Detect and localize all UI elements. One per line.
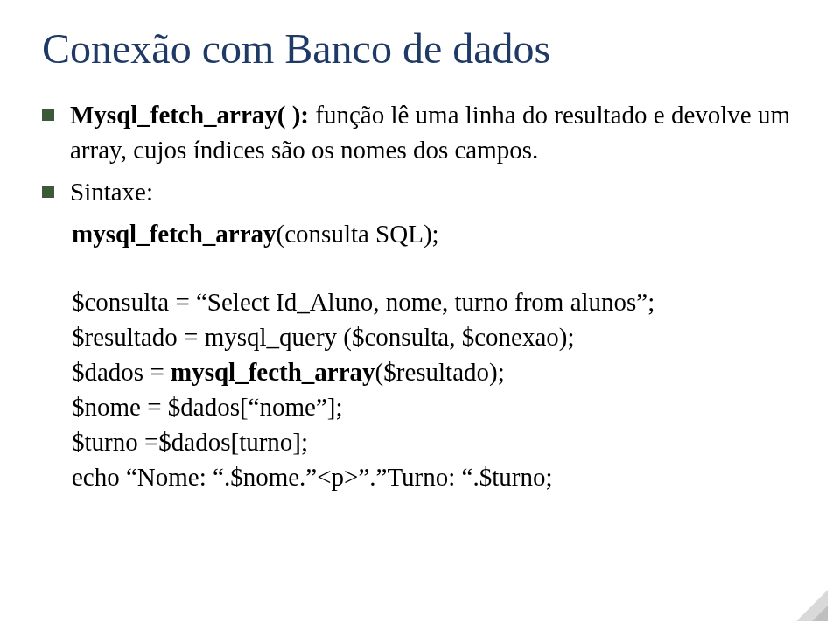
code-l3-bold: mysql_fecth_array	[171, 358, 375, 386]
bullet-text-1: Mysql_fetch_array( ): função lê uma linh…	[70, 97, 798, 167]
code-l3-post: ($resultado);	[375, 358, 505, 386]
code-line-5: $turno =$dados[turno];	[72, 424, 798, 459]
syntax-label: Sintaxe:	[70, 178, 153, 206]
page-corner-icon	[796, 590, 828, 621]
func-name: Mysql_fetch_array( ):	[70, 101, 309, 129]
bullet-icon	[42, 186, 54, 198]
slide: Conexão com Banco de dados Mysql_fetch_a…	[0, 0, 840, 630]
syntax-rest: (consulta SQL);	[276, 220, 439, 248]
bullet-item-2: Sintaxe:	[42, 174, 798, 209]
code-line-6: echo “Nome: “.$nome.”<p>”.”Turno: “.$tur…	[72, 459, 798, 494]
slide-title: Conexão com Banco de dados	[42, 24, 798, 73]
bullet-icon	[42, 108, 54, 121]
bullet-text-2: Sintaxe:	[70, 174, 798, 209]
code-line-4: $nome = $dados[“nome”];	[72, 389, 798, 424]
syntax-fn: mysql_fetch_array	[72, 220, 276, 248]
code-line-2: $resultado = mysql_query ($consulta, $co…	[72, 319, 798, 354]
code-block: $consulta = “Select Id_Aluno, nome, turn…	[72, 284, 798, 494]
slide-content: Mysql_fetch_array( ): função lê uma linh…	[42, 97, 798, 494]
code-line-1: $consulta = “Select Id_Aluno, nome, turn…	[72, 284, 798, 319]
syntax-line: mysql_fetch_array(consulta SQL);	[72, 216, 798, 251]
code-l3-pre: $dados =	[72, 358, 171, 386]
bullet-item-1: Mysql_fetch_array( ): função lê uma linh…	[42, 97, 798, 167]
code-line-3: $dados = mysql_fecth_array($resultado);	[72, 354, 798, 389]
